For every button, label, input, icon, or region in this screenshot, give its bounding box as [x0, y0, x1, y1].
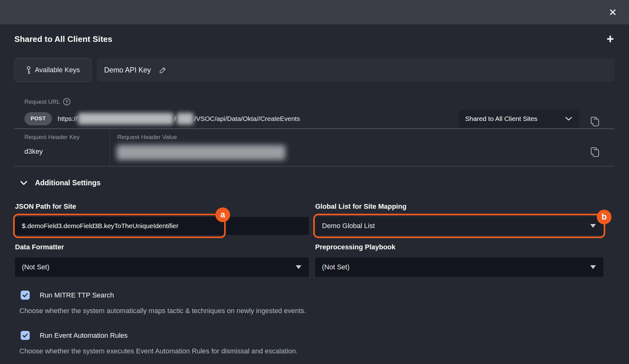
request-header-key-label: Request Header Key: [24, 134, 79, 141]
data-formatter-label: Data Formatter: [15, 243, 64, 251]
caret-down-icon: [590, 265, 596, 269]
share-scope-dropdown[interactable]: Shared to All Client Sites: [459, 110, 579, 127]
additional-settings-toggle[interactable]: Additional Settings: [20, 179, 101, 187]
url-prefix: https://: [58, 115, 77, 122]
data-formatter-value: (Not Set): [22, 263, 49, 271]
request-header-key-value[interactable]: d3key: [24, 147, 43, 156]
redacted-host-blur: [78, 113, 174, 125]
share-scope-value: Shared to All Client Sites: [465, 115, 537, 122]
json-path-label: JSON Path for Site: [15, 202, 76, 211]
divider: [109, 129, 110, 166]
request-header-value-label: Request Header Value: [117, 134, 177, 141]
redacted-segment-blur: [177, 113, 194, 125]
data-formatter-dropdown[interactable]: (Not Set): [15, 257, 309, 277]
url-separator: /: [174, 115, 176, 122]
available-keys-label: Available Keys: [35, 66, 80, 74]
close-icon[interactable]: ✕: [606, 6, 620, 19]
redacted-header-value-blur: [117, 145, 285, 160]
api-key-settings-modal: ✕ Shared to All Client Sites + Available…: [0, 0, 629, 364]
add-key-icon[interactable]: +: [603, 31, 618, 46]
additional-settings-title: Additional Settings: [35, 179, 101, 187]
page-title: Shared to All Client Sites: [14, 34, 112, 44]
url-visible-path: /VSOC/api/Data/Okta//CreateEvents: [194, 115, 300, 122]
active-key-name: Demo API Key: [104, 66, 151, 74]
copy-header-icon[interactable]: [590, 147, 600, 157]
preprocessing-playbook-value: (Not Set): [322, 263, 350, 271]
run-event-automation-row: Run Event Automation Rules: [21, 331, 128, 340]
run-mitre-checkbox[interactable]: [21, 291, 30, 300]
run-mitre-description: Choose whether the system automatically …: [19, 307, 306, 315]
json-path-input[interactable]: $.demoField3.demoField3B.keyToTheUniqueI…: [15, 217, 309, 235]
preprocessing-playbook-label: Preprocessing Playbook: [315, 243, 395, 251]
json-path-value: $.demoField3.demoField3B.keyToTheUniqueI…: [22, 222, 179, 230]
chevron-down-icon: [20, 181, 28, 186]
run-mitre-row: Run MITRE TTP Search: [21, 291, 114, 300]
help-icon[interactable]: ?: [63, 98, 70, 105]
request-url-label: Request URL: [24, 98, 60, 105]
run-event-automation-label: Run Event Automation Rules: [40, 332, 128, 340]
preprocessing-playbook-dropdown[interactable]: (Not Set): [315, 257, 603, 277]
chevron-down-icon: [565, 117, 572, 121]
divider: [14, 128, 615, 129]
request-url-row: POST https:// / /VSOC/api/Data/Okta//Cre…: [24, 110, 300, 127]
copy-url-icon[interactable]: [590, 116, 600, 127]
run-mitre-label: Run MITRE TTP Search: [40, 291, 114, 299]
key-icon: [26, 66, 31, 74]
http-method-badge: POST: [24, 112, 52, 125]
available-keys-button[interactable]: Available Keys: [14, 58, 91, 82]
modal-top-bar: [0, 0, 629, 24]
run-event-automation-description: Choose whether the system executes Event…: [19, 347, 298, 355]
divider: [14, 166, 615, 167]
caret-down-icon: [296, 265, 301, 269]
request-url-label-row: Request URL ?: [24, 98, 70, 105]
request-url-value: https:// / /VSOC/api/Data/Okta//CreateEv…: [58, 113, 300, 125]
edit-pencil-icon[interactable]: [159, 66, 167, 74]
global-list-label: Global List for Site Mapping: [315, 202, 406, 211]
active-key-panel: Demo API Key: [97, 58, 615, 82]
global-list-value: Demo Global List: [322, 222, 375, 230]
run-event-automation-checkbox[interactable]: [21, 331, 30, 340]
global-list-dropdown[interactable]: Demo Global List: [315, 217, 603, 235]
caret-down-icon: [590, 224, 596, 228]
